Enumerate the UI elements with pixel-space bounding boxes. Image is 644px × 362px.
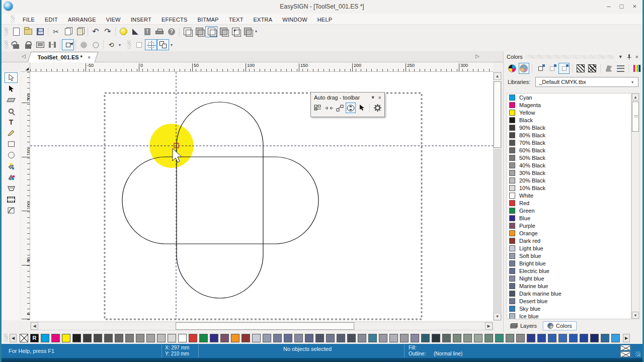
color-list-item[interactable]: Red — [507, 199, 631, 207]
palette-swatch[interactable] — [284, 334, 292, 342]
color-list-item[interactable]: 70% Black — [507, 139, 631, 146]
ruler-origin-button[interactable] — [21, 62, 30, 72]
color-list-item[interactable]: 60% Black — [507, 146, 631, 154]
mirror-button[interactable] — [46, 39, 58, 50]
palette-swatch[interactable] — [242, 334, 250, 342]
palette-swatch[interactable] — [125, 334, 134, 342]
palette-swatch[interactable] — [146, 334, 155, 342]
color-list-item[interactable]: Yellow — [507, 109, 631, 116]
palette-swatch[interactable] — [263, 334, 271, 342]
menu-item[interactable]: ARRANGE — [63, 15, 101, 24]
palette-swatch[interactable] — [442, 334, 451, 342]
palette-swatch[interactable] — [516, 334, 525, 342]
rotate-dropdown-caret[interactable]: ▾ — [117, 43, 122, 47]
auto-drag-toolbar[interactable]: Auto drag - toolbar ▼ × — [310, 92, 385, 117]
palette-swatch[interactable] — [220, 334, 229, 342]
library-wheel-button[interactable] — [519, 63, 530, 74]
close-button[interactable]: × — [632, 2, 636, 11]
outline-hatch-button[interactable] — [587, 63, 598, 74]
palette-swatch[interactable] — [315, 334, 324, 342]
menu-drag-grip[interactable] — [11, 15, 15, 23]
view-dropdown-caret[interactable]: ▾ — [254, 29, 259, 34]
palette-swatch[interactable] — [83, 334, 92, 342]
palette-drag-grip[interactable] — [4, 333, 8, 342]
disabled-outline-button[interactable] — [90, 39, 102, 50]
palette-swatch[interactable] — [199, 334, 208, 342]
auto-join-button[interactable] — [324, 103, 334, 113]
color-ball-button[interactable] — [117, 26, 129, 37]
palette-swatch[interactable] — [72, 334, 81, 342]
color-list-item[interactable]: Green — [507, 207, 631, 214]
auto-distribute-button[interactable] — [335, 103, 345, 113]
auto-align-button[interactable] — [313, 103, 323, 113]
palette-swatch[interactable] — [189, 334, 197, 342]
color-list-item[interactable]: 30% Black — [507, 169, 631, 176]
auto-drag-mode-button[interactable] — [346, 103, 356, 113]
palette-swatch[interactable] — [326, 334, 335, 342]
pick-arrow-button[interactable] — [357, 103, 367, 113]
palette-swatch[interactable] — [136, 334, 144, 342]
weld-tool[interactable] — [5, 183, 18, 194]
color-list-item[interactable]: 50% Black — [507, 154, 631, 161]
menu-item[interactable]: BITMAP — [192, 15, 223, 24]
menu-item[interactable]: WINDOW — [277, 15, 312, 24]
disabled-fill-button[interactable] — [77, 39, 90, 50]
palette-swatch[interactable] — [368, 334, 377, 342]
palette-swatch[interactable] — [580, 334, 588, 342]
fill-tool[interactable] — [5, 161, 18, 171]
palette-swatch[interactable] — [495, 334, 504, 342]
color-list-item[interactable]: White — [507, 192, 631, 199]
snap-dropdown-caret[interactable]: ▾ — [169, 43, 174, 47]
vertical-scroll-track[interactable] — [494, 149, 501, 312]
list-scroll-up[interactable]: ▲ — [632, 94, 639, 101]
tab-scroll-left[interactable]: ◁ — [22, 53, 26, 59]
maximize-button[interactable]: □ — [620, 2, 624, 11]
palette-swatch[interactable] — [294, 334, 303, 342]
edit-color-button[interactable] — [535, 63, 546, 74]
properties-button[interactable] — [34, 39, 46, 50]
pick-tool[interactable] — [5, 83, 18, 94]
color-list-item[interactable]: Bright blue — [507, 259, 631, 267]
undo-button[interactable]: ↶ — [90, 26, 102, 37]
color-list-item[interactable]: 80% Black — [507, 131, 631, 139]
ellipse-tool[interactable] — [5, 150, 18, 160]
palette-swatch[interactable] — [548, 334, 556, 342]
toolbar2-drag-grip[interactable] — [5, 40, 8, 49]
menu-item[interactable]: VIEW — [101, 15, 126, 24]
redo-button[interactable]: ↷ — [102, 26, 114, 37]
palette-swatch[interactable] — [337, 334, 345, 342]
palette-swatch[interactable] — [569, 334, 578, 342]
library-combobox[interactable]: _Default CMYK.tbx ▾ — [535, 77, 638, 87]
horizontal-stadium-shape[interactable] — [122, 157, 318, 244]
settings-button[interactable] — [372, 103, 382, 113]
palette-swatch[interactable] — [178, 334, 187, 342]
palette-swatch[interactable] — [379, 334, 387, 342]
select-tool[interactable] — [5, 72, 18, 83]
toolbar-drag-grip[interactable] — [5, 27, 8, 36]
toolbar-close-icon[interactable]: × — [378, 95, 381, 101]
menu-item[interactable]: EFFECTS — [156, 15, 193, 24]
palette-swatch[interactable] — [537, 334, 546, 342]
menu-item[interactable]: EDIT — [40, 15, 63, 24]
select-mode-button[interactable] — [62, 39, 74, 50]
rotate-button[interactable]: ⟲ — [105, 39, 117, 50]
vertical-stadium-shape[interactable] — [177, 102, 263, 298]
job-info-button[interactable]: ! — [141, 26, 153, 37]
color-list-item[interactable]: 10% Black — [507, 184, 631, 192]
toolbar-menu-caret[interactable]: ▼ — [371, 95, 375, 100]
color-list-item[interactable]: Black — [507, 116, 631, 124]
palette-swatch[interactable] — [273, 334, 282, 342]
minimize-button[interactable]: – — [607, 2, 610, 11]
snap-objects-button[interactable] — [157, 39, 169, 50]
palette-swatch[interactable] — [210, 334, 218, 342]
menu-item[interactable]: HELP — [312, 15, 338, 24]
copy-button[interactable] — [62, 26, 74, 37]
palette-swatch[interactable] — [400, 334, 409, 342]
scroll-right-arrow[interactable]: ▶ — [485, 322, 493, 330]
snap-toolbar-grip[interactable] — [127, 40, 131, 49]
palette-swatch[interactable] — [104, 334, 113, 342]
view-wireframe-button[interactable] — [181, 26, 193, 37]
view-normal-button[interactable] — [205, 26, 217, 37]
palette-left-arrow[interactable]: ◀ — [10, 334, 17, 342]
palette-swatch[interactable] — [347, 334, 356, 342]
